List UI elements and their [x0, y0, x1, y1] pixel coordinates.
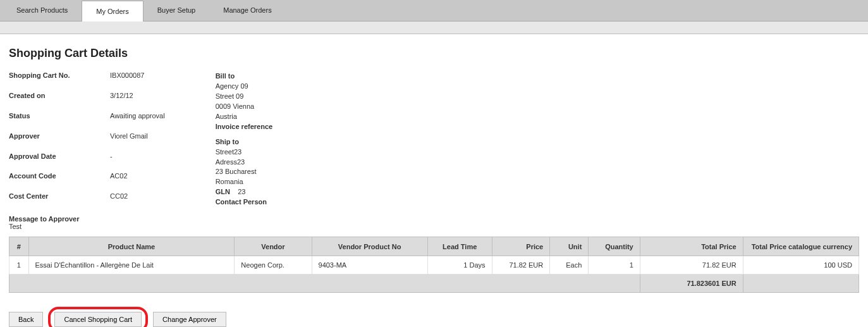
- change-approver-button[interactable]: Change Approver: [153, 312, 226, 327]
- tab-buyer-setup[interactable]: Buyer Setup: [144, 0, 210, 21]
- col-unit: Unit: [550, 237, 589, 256]
- cell-lead-time: 1 Days: [427, 256, 492, 275]
- account-code-label: Account Code: [9, 172, 110, 187]
- highlight-ring: Cancel Shopping Cart: [48, 307, 148, 327]
- col-lead-time: Lead Time: [427, 237, 492, 256]
- gln-header: GLN: [216, 188, 230, 195]
- approver-label: Approver: [9, 132, 110, 147]
- ship-to-line: Adress23: [216, 157, 273, 168]
- col-price: Price: [492, 237, 550, 256]
- cart-meta-list: Shopping Cart No. IBX000087 Created on 3…: [9, 71, 165, 207]
- cell-index: 1: [9, 256, 29, 275]
- cell-unit: Each: [550, 256, 589, 275]
- gln-value: 23: [238, 188, 245, 195]
- ship-to-header: Ship to: [216, 137, 273, 147]
- col-total-price-catalogue: Total Price catalogue currency: [743, 237, 859, 256]
- message-to-approver: Message to Approver Test: [9, 215, 859, 230]
- col-vendor-product-no: Vendor Product No: [312, 237, 427, 256]
- table-row: 1 Essai D'Échantillon - Allergène De Lai…: [9, 256, 859, 275]
- cell-vendor: Neogen Corp.: [235, 256, 312, 275]
- cell-total-price-catalogue: 100 USD: [743, 256, 859, 275]
- col-vendor: Vendor: [235, 237, 312, 256]
- table-header-row: # Product Name Vendor Vendor Product No …: [9, 237, 859, 256]
- bill-to-line: Street 09: [216, 92, 273, 102]
- ship-to-line: Street23: [216, 147, 273, 157]
- created-on-value: 3/12/12: [110, 92, 165, 107]
- grand-total: 71.823601 EUR: [640, 275, 743, 293]
- tab-search-products[interactable]: Search Products: [3, 0, 82, 21]
- message-to-approver-body: Test: [9, 223, 859, 230]
- approver-value: Viorel Gmail: [110, 132, 165, 147]
- status-label: Status: [9, 112, 110, 127]
- cart-no-label: Shopping Cart No.: [9, 71, 110, 87]
- cart-no-value: IBX000087: [110, 71, 165, 87]
- message-to-approver-header: Message to Approver: [9, 215, 859, 223]
- ship-to-line: Romania: [216, 177, 273, 187]
- page-title: Shopping Cart Details: [9, 47, 859, 60]
- tab-my-orders[interactable]: My Orders: [82, 1, 143, 22]
- bill-to-line: Agency 09: [216, 82, 273, 92]
- cancel-shopping-cart-button[interactable]: Cancel Shopping Cart: [54, 312, 142, 327]
- back-button[interactable]: Back: [9, 312, 43, 327]
- table-footer-row: 71.823601 EUR: [9, 275, 859, 293]
- bill-to-block: Bill to Agency 09 Street 09 0009 Vienna …: [216, 71, 273, 132]
- created-on-label: Created on: [9, 92, 110, 107]
- col-product-name: Product Name: [28, 237, 235, 256]
- ship-to-block: Ship to Street23 Adress23 23 Bucharest R…: [216, 137, 273, 208]
- cell-price: 71.82 EUR: [492, 256, 550, 275]
- status-value: Awaiting approval: [110, 112, 165, 127]
- line-items-table: # Product Name Vendor Vendor Product No …: [9, 237, 859, 293]
- main-tabbar: Search Products My Orders Buyer Setup Ma…: [0, 0, 868, 22]
- ship-to-line: 23 Bucharest: [216, 167, 273, 177]
- cell-quantity: 1: [589, 256, 640, 275]
- col-total-price: Total Price: [640, 237, 743, 256]
- cost-center-value: CC02: [110, 192, 165, 207]
- account-code-value: AC02: [110, 172, 165, 187]
- approval-date-label: Approval Date: [9, 152, 110, 168]
- cell-vendor-product-no: 9403-MA: [312, 256, 427, 275]
- action-button-row: Back Cancel Shopping Cart Change Approve…: [9, 307, 859, 327]
- col-quantity: Quantity: [589, 237, 640, 256]
- bill-to-line: 0009 Vienna: [216, 102, 273, 112]
- invoice-reference-header: Invoice reference: [216, 122, 273, 132]
- bill-to-header: Bill to: [216, 71, 273, 82]
- approval-date-value: -: [110, 152, 165, 168]
- cost-center-label: Cost Center: [9, 192, 110, 207]
- sub-toolbar: [0, 22, 868, 34]
- cell-total-price: 71.82 EUR: [640, 256, 743, 275]
- tab-manage-orders[interactable]: Manage Orders: [209, 0, 285, 21]
- bill-to-line: Austria: [216, 112, 273, 122]
- contact-person-header: Contact Person: [216, 197, 273, 207]
- cell-product-name: Essai D'Échantillon - Allergène De Lait: [28, 256, 235, 275]
- col-index: #: [9, 237, 29, 256]
